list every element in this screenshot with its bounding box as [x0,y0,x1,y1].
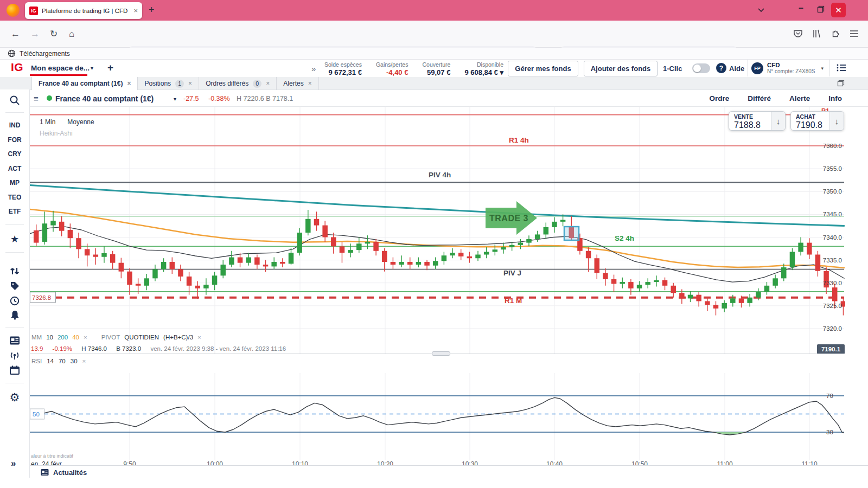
sell-price: 7188.8 [734,120,771,130]
level-label-r14h: R1 4h [509,136,529,144]
candle [170,262,175,269]
menu-item-diffr[interactable]: Différé [748,94,771,102]
window-restore-button[interactable] [817,5,825,13]
instrument-caret-icon[interactable]: ▾ [174,96,176,102]
indicator-close-icon[interactable]: × [84,334,87,341]
candle [356,243,362,250]
indicator-token: 14 [47,358,54,364]
sidebar-expand-icon[interactable]: » [11,458,16,469]
firefox-icon[interactable] [7,4,20,17]
menu-item-info[interactable]: Info [828,94,842,102]
help-label[interactable]: Aide [729,65,744,73]
sidebar-positions-icon[interactable] [0,266,29,279]
sidebar-news-icon[interactable] [0,336,29,348]
candle [127,272,132,285]
sidebar-favorites-icon[interactable]: ★ [0,233,29,245]
sidebar-search-icon[interactable] [0,95,29,108]
sidebar-item-for[interactable]: FOR [0,136,29,144]
reload-icon[interactable]: ↻ [50,29,58,40]
layout-list-icon[interactable] [837,63,846,72]
add-funds-button[interactable]: Ajouter des fonds [584,61,658,76]
chart-settings-row[interactable]: 1 MinMoyenne [40,118,106,126]
menu-item-alerte[interactable]: Alerte [789,94,810,102]
workspace-caret-icon[interactable]: ▾ [91,65,93,71]
home-icon[interactable]: ⌂ [69,29,74,40]
manage-funds-button[interactable]: Gérer mes fonds [508,61,578,76]
indicative-value-note: aleur à titre indicatif [31,453,73,459]
document-tab[interactable]: France 40 au comptant (1€)× [31,77,138,90]
candle [509,245,515,247]
candle [391,262,396,265]
document-tab[interactable]: Ordres différés0× [199,77,277,90]
window-minimize-button[interactable]: – [799,3,803,13]
window-close-button[interactable]: ✕ [831,3,846,17]
news-panel-header[interactable]: Actualités [30,465,868,488]
ig-favicon: IG [29,7,38,15]
chevron-down-icon[interactable] [757,8,765,13]
document-tab[interactable]: Positions1× [138,77,199,90]
candle [110,254,116,263]
tab-close-icon[interactable]: × [127,80,131,87]
account-badge: FP [751,62,763,74]
sell-button[interactable]: VENTE 7188.8 ↓ [729,111,786,131]
price-chart[interactable]: R1R1 4hPIV 4hS2 4hPIV JR1 M7326.8TRADE 3… [30,107,845,355]
chart-menu-icon[interactable]: ≡ [34,94,39,103]
extensions-icon[interactable] [832,29,841,38]
library-icon[interactable] [812,29,822,38]
sidebar-item-cry[interactable]: CRY [0,150,29,158]
browser-tab[interactable]: IG Plateforme de trading IG | CFD × [25,2,142,19]
sidebar-item-mp[interactable]: MP [0,179,29,187]
account-number: N° compte: Z4X80S [767,68,815,75]
menu-item-ordre[interactable]: Ordre [709,94,729,102]
tab-close-icon[interactable]: × [266,80,270,87]
sidebar-item-teo[interactable]: TEO [0,194,29,201]
sidebar-orders-icon[interactable] [0,281,29,293]
panel-restore-icon[interactable] [837,80,845,87]
indicator-token: RSI [31,358,42,364]
tab-close-icon[interactable]: × [188,80,192,87]
range-low: B 7323.0 [116,345,141,352]
sidebar-alerts-icon[interactable] [0,310,29,323]
buy-button[interactable]: ACHAT 7190.8 ↓ [790,111,844,131]
help-icon[interactable]: ? [716,63,726,73]
sidebar-item-ind[interactable]: IND [0,121,29,129]
menu-icon[interactable] [850,30,859,37]
candle [560,220,566,221]
sidebar-calendar-icon[interactable] [0,365,29,378]
workspace-tab[interactable]: Mon espace de... [31,64,90,72]
average-label: Moyenne [67,118,94,126]
indicator-close-icon[interactable]: × [82,358,86,364]
tab-close-icon[interactable]: × [133,7,138,15]
sidebar-item-etf[interactable]: ETF [0,208,29,215]
indicator-token: MM [31,334,42,341]
candle [739,298,744,303]
header-expand-icon[interactable]: » [311,64,316,73]
document-tab[interactable]: Alertes× [277,77,318,90]
sell-label: VENTE [734,113,771,120]
bookmark-item-downloads[interactable]: Téléchargements [20,50,70,57]
sidebar-signals-icon[interactable] [0,350,29,363]
add-workspace-button[interactable]: + [107,62,113,74]
candle [535,234,540,239]
sidebar-item-act[interactable]: ACT [0,165,29,172]
buy-label: ACHAT [796,113,829,120]
candle [671,286,676,293]
new-tab-button[interactable]: + [149,5,155,15]
panel-resize-handle[interactable] [432,351,450,356]
tab-close-icon[interactable]: × [308,80,312,87]
instrument-title: France 40 au comptant (1€) [55,94,154,103]
candle [544,227,549,234]
document-tabs: France 40 au comptant (1€)×Positions1×Or… [0,77,868,90]
candle [85,249,90,255]
candle [603,273,608,279]
sidebar-settings-icon[interactable]: ⚙ [0,391,29,404]
back-icon[interactable]: ← [11,29,20,40]
candle [416,262,422,265]
pocket-icon[interactable] [793,29,803,39]
forward-icon[interactable]: → [30,29,40,40]
indicator-close-icon[interactable]: × [197,334,201,341]
rsi-chart[interactable]: 507030 [30,373,845,460]
account-selector[interactable]: FP CFD N° compte: Z4X80S ▾ [748,60,829,76]
sidebar-history-icon[interactable] [0,296,29,309]
instrument-high-low: H 7220.6 B 7178.1 [237,95,293,102]
